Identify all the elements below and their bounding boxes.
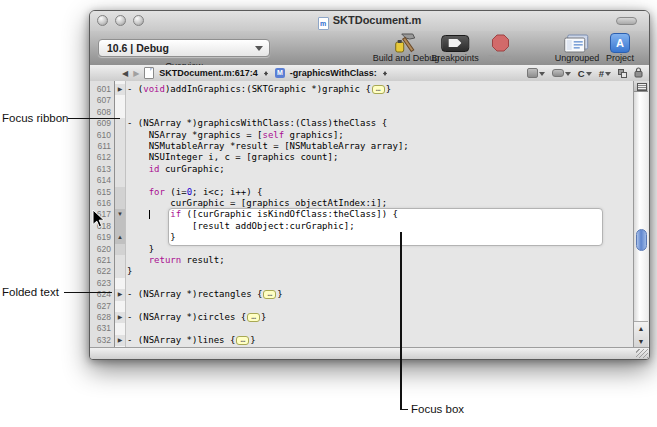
file-popup[interactable]: SKTDocument.m:617:4 [159, 68, 258, 78]
line-number[interactable]: 622 [90, 266, 111, 277]
code-token: } [127, 266, 132, 276]
pragma-marks-popup-button[interactable]: # [599, 68, 611, 79]
code-area[interactable]: - (void)addInGraphics:(SKTGraphic *)grap… [127, 81, 632, 347]
title-bar[interactable]: mSKTDocument.m [90, 11, 649, 32]
code-token: - (NSArray *)rectangles { [127, 289, 262, 299]
code-line-616[interactable]: curGraphic = [graphics objectAtIndex:i]; [127, 198, 632, 209]
line-number[interactable]: 609 [90, 118, 111, 129]
code-line-615[interactable]: for (i=0; i<c; i++) { [127, 187, 632, 198]
code-line-624[interactable]: - (NSArray *)rectangles {…} [127, 289, 632, 300]
line-number[interactable]: 611 [90, 141, 111, 152]
file-icon [144, 67, 154, 79]
code-token: } [127, 232, 176, 242]
code-token: - (NSArray *)circles { [127, 312, 246, 322]
screenshot-canvas: Focus ribbon Folded text Focus box mSKTD… [0, 0, 657, 427]
code-token: (i= [165, 187, 187, 197]
lock-button[interactable] [634, 67, 643, 80]
code-token: result; [181, 255, 224, 265]
line-number[interactable]: 614 [90, 175, 111, 186]
toolbar-toggle-pill[interactable] [616, 17, 637, 25]
fold-disclosure-triangle[interactable]: ▶ [115, 335, 125, 346]
project-button[interactable]: A Project [606, 32, 634, 63]
code-line-632[interactable]: - (NSArray *)lines {…} [127, 335, 632, 346]
code-line-631[interactable] [127, 323, 632, 334]
method-popup[interactable]: -graphicsWithClass: [290, 68, 377, 78]
folded-code-ellipsis-badge[interactable]: … [263, 290, 276, 299]
code-line-609[interactable]: - (NSArray *)graphicsWithClass:(Class)th… [127, 118, 632, 129]
folded-code-ellipsis-badge[interactable]: … [236, 336, 249, 345]
bookmarks-menu-button[interactable] [527, 68, 545, 79]
code-line-608[interactable] [127, 107, 632, 118]
overview-popup[interactable]: 10.6 | Debug [98, 39, 270, 57]
code-token: curGraphic; [160, 164, 225, 174]
bottom-scroller-strip [90, 347, 649, 359]
folded-code-ellipsis-badge[interactable]: … [372, 85, 385, 94]
code-line-621[interactable]: return result; [127, 255, 632, 266]
chevron-down-icon [586, 72, 592, 79]
vertical-scrollbar[interactable]: ▲ ▼ [633, 81, 648, 347]
line-number[interactable]: 620 [90, 244, 111, 255]
breakpoints-button[interactable]: Breakpoints [431, 32, 479, 63]
code-line-610[interactable]: NSArray *graphics = [self graphics]; [127, 130, 632, 141]
code-line-619[interactable]: } [127, 232, 632, 243]
code-token: return [149, 255, 182, 265]
line-number[interactable]: 632 [90, 335, 111, 346]
line-number[interactable]: 610 [90, 130, 111, 141]
fold-disclosure-triangle[interactable]: ▼ [115, 209, 125, 220]
folded-code-ellipsis-badge[interactable]: … [247, 313, 260, 322]
code-line-612[interactable]: NSUInteger i, c = [graphics count]; [127, 152, 632, 163]
ungrouped-button[interactable]: Ungrouped [555, 32, 600, 63]
line-number[interactable]: 615 [90, 187, 111, 198]
line-number[interactable]: 621 [90, 255, 111, 266]
code-token: if [170, 209, 181, 219]
code-line-617[interactable]: if ([curGraphic isKindOfClass:theClass])… [127, 209, 632, 220]
split-view-handle[interactable] [634, 81, 648, 92]
class-methods-popup-button[interactable]: C [578, 68, 592, 79]
breakpoints-menu-button[interactable] [552, 68, 571, 79]
code-line-623[interactable] [127, 278, 632, 289]
code-line-618[interactable]: [result addObject:curGraphic]; [127, 221, 632, 232]
scrollbar-track[interactable] [634, 92, 648, 321]
line-number[interactable]: 631 [90, 323, 111, 334]
document-icon: m [318, 17, 329, 30]
code-line-613[interactable]: id curGraphic; [127, 164, 632, 175]
callout-folded-text: Folded text [2, 286, 59, 298]
code-token: curGraphic = [graphics objectAtIndex:i]; [127, 198, 387, 208]
bookmarks-icon [527, 68, 538, 78]
code-line-628[interactable]: - (NSArray *)circles {…} [127, 312, 632, 323]
code-line-622[interactable]: } [127, 266, 632, 277]
resize-grip[interactable] [636, 349, 648, 358]
code-token: NSUInteger i, c = [graphics count]; [127, 152, 338, 162]
source-editor[interactable]: 6016076086096106116126136146156166176186… [90, 81, 649, 347]
scrollbar-thumb[interactable] [636, 229, 647, 251]
line-number[interactable]: 612 [90, 152, 111, 163]
code-token [127, 164, 149, 174]
line-number[interactable]: 616 [90, 198, 111, 209]
code-line-620[interactable]: } [127, 244, 632, 255]
line-number[interactable]: 607 [90, 95, 111, 106]
line-number[interactable]: 624 [90, 289, 111, 300]
code-line-614[interactable] [127, 175, 632, 186]
line-number[interactable]: 601 [90, 84, 111, 95]
line-number[interactable]: 619 [90, 232, 111, 243]
fold-disclosure-triangle[interactable]: ▲ [115, 232, 125, 243]
counterpart-button[interactable] [618, 69, 627, 78]
line-number[interactable]: 628 [90, 312, 111, 323]
code-token: } [386, 84, 391, 94]
fold-disclosure-triangle[interactable]: ▶ [115, 84, 125, 95]
line-number[interactable]: 608 [90, 107, 111, 118]
history-forward-button[interactable]: ▶ [133, 69, 139, 78]
focus-ribbon[interactable]: ▶▼▲▶▶▶ [115, 81, 126, 347]
line-number[interactable]: 623 [90, 278, 111, 289]
fold-disclosure-triangle[interactable]: ▶ [115, 289, 125, 300]
scroll-up-button[interactable]: ▲ [634, 322, 648, 335]
line-number[interactable]: 613 [90, 164, 111, 175]
build-and-debug-button[interactable]: Build and Debug [373, 32, 440, 63]
code-line-611[interactable]: NSMutableArray *result = [NSMutableArray… [127, 141, 632, 152]
code-line-627[interactable] [127, 301, 632, 312]
code-line-607[interactable] [127, 95, 632, 106]
history-back-button[interactable]: ◀ [122, 69, 128, 78]
line-number[interactable]: 627 [90, 301, 111, 312]
code-line-601[interactable]: - (void)addInGraphics:(SKTGraphic *)grap… [127, 84, 632, 95]
fold-disclosure-triangle[interactable]: ▶ [115, 312, 125, 323]
